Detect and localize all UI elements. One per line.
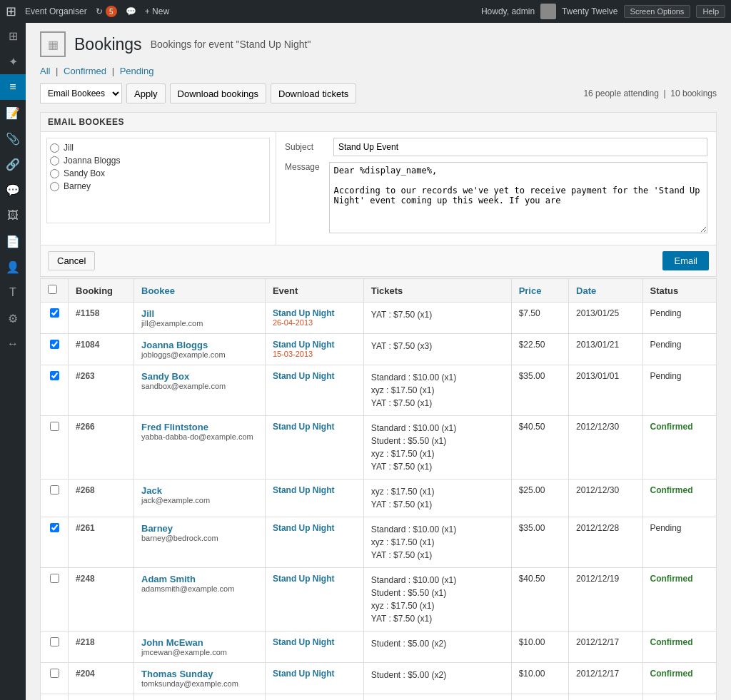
event-link[interactable]: Stand Up Night <box>273 308 356 318</box>
updates-icon: ↻ <box>96 6 103 16</box>
table-row: #261Barneybarney@bedrock.comStand Up Nig… <box>41 517 717 568</box>
bookings-table: Booking Bookee Event Tickets Price Date … <box>40 278 717 700</box>
row-bookee-3: Fred Flintstoneyabba-dabba-do@example.co… <box>134 416 266 480</box>
event-link[interactable]: Stand Up Night <box>273 371 356 381</box>
tab-confirmed[interactable]: Confirmed <box>64 66 106 76</box>
cancel-button[interactable]: Cancel <box>48 251 95 270</box>
event-link[interactable]: Stand Up Night <box>273 340 356 350</box>
row-checkbox-8[interactable] <box>50 669 59 678</box>
main-content: ▦ Bookings Bookings for event "Stand Up … <box>26 23 731 700</box>
bookee-name-link[interactable]: Sandy Box <box>141 371 258 382</box>
bookee-name-link[interactable]: Thomas Sunday <box>141 669 258 679</box>
bookee-name-link[interactable]: Fred Flintstone <box>141 422 258 432</box>
event-link[interactable]: Stand Up Night <box>273 574 356 584</box>
email-panel-header: EMAIL BOOKEES <box>41 113 716 132</box>
row-checkbox-4[interactable] <box>50 485 59 494</box>
table-row: #1084Joanna Bloggsjobloggs@example.comSt… <box>41 334 717 365</box>
event-link[interactable]: Stand Up Night <box>273 485 356 495</box>
event-link[interactable]: Stand Up Night <box>273 422 356 432</box>
row-price-9: $10.00 <box>511 694 568 701</box>
event-link[interactable]: Stand Up Night <box>273 523 356 533</box>
row-tickets-2: Standard : $10.00 (x1)xyz : $17.50 (x1)Y… <box>363 365 511 416</box>
row-id-2: #263 <box>69 365 134 416</box>
sidebar-icon-appearance[interactable]: 🖼 <box>0 203 26 228</box>
row-checkbox-1[interactable] <box>50 340 59 349</box>
sidebar-icon-comments[interactable]: 💬 <box>0 177 26 203</box>
recipient-radio-jill[interactable] <box>50 143 59 153</box>
booking-id-value: #218 <box>76 637 95 647</box>
message-row: Message Dear %display_name%, According t… <box>285 162 707 233</box>
sidebar-icon-links[interactable]: 🔗 <box>0 151 26 177</box>
wp-logo-icon[interactable]: ⊞ <box>6 4 16 19</box>
updates-item[interactable]: ↻ 5 <box>96 6 117 17</box>
sidebar-icon-bookings[interactable]: ≡ <box>0 74 26 100</box>
row-id-4: #268 <box>69 480 134 517</box>
top-download-tickets-button[interactable]: Download tickets <box>271 83 356 103</box>
row-checkbox-6[interactable] <box>50 574 59 583</box>
table-header-row: Booking Bookee Event Tickets Price Date … <box>41 279 717 303</box>
bookee-name-link[interactable]: Jill <box>141 308 258 319</box>
status-badge: Confirmed <box>650 574 693 584</box>
recipient-radio-sandy[interactable] <box>50 169 59 178</box>
bookee-name-link[interactable]: Jack <box>141 485 258 496</box>
recipient-radio-barney[interactable] <box>50 182 59 191</box>
site-name[interactable]: Event Organiser <box>25 6 87 16</box>
row-checkbox-5[interactable] <box>50 523 59 532</box>
row-tickets-7: Student : $5.00 (x2) <box>363 631 511 663</box>
bookee-email: yabba-dabba-do@example.com <box>141 432 258 441</box>
table-row: #268Jackjack@example.comStand Up Nightxy… <box>41 480 717 517</box>
col-header-price[interactable]: Price <box>511 279 568 303</box>
admin-bar: ⊞ Event Organiser ↻ 5 💬 + New Howdy, adm… <box>0 0 731 23</box>
sidebar-icon-media[interactable]: 📎 <box>0 126 26 151</box>
comments-item[interactable]: 💬 <box>126 6 136 16</box>
recipient-radio-joanna[interactable] <box>50 156 59 166</box>
col-header-date[interactable]: Date <box>569 279 642 303</box>
sidebar-icon-plugins[interactable]: 📄 <box>0 228 26 254</box>
top-apply-button[interactable]: Apply <box>126 83 166 103</box>
sidebar-icon-settings[interactable]: ⚙ <box>0 305 26 331</box>
row-price-2: $35.00 <box>511 365 568 416</box>
table-row: #204Thomas Sundaytomksunday@example.comS… <box>41 663 717 694</box>
top-download-bookings-button[interactable]: Download bookings <box>170 83 266 103</box>
bookee-name-link[interactable]: John McEwan <box>141 637 258 648</box>
select-all-checkbox[interactable] <box>48 285 57 294</box>
bookee-name-link[interactable]: Barney <box>141 523 258 534</box>
event-link[interactable]: Stand Up Night <box>273 637 356 647</box>
bookee-name-link[interactable]: Adam Smith <box>141 574 258 584</box>
new-item[interactable]: + New <box>145 6 169 16</box>
table-row: #248Adam Smithadamsmith@example.comStand… <box>41 568 717 631</box>
col-header-bookee[interactable]: Bookee <box>134 279 266 303</box>
row-checkbox-7[interactable] <box>50 637 59 646</box>
email-send-button[interactable]: Email <box>662 251 709 270</box>
row-id-5: #261 <box>69 517 134 568</box>
bookee-name-link[interactable]: Joanna Bloggs <box>141 340 258 350</box>
bookee-email: jill@example.com <box>141 319 258 328</box>
row-date-3: 2012/12/30 <box>569 416 642 480</box>
row-event-8: Stand Up Night <box>265 663 363 694</box>
sidebar-icon-dashboard[interactable]: ⊞ <box>0 23 26 49</box>
bulk-action-select[interactable]: Email Bookees <box>40 83 122 103</box>
row-checkbox-3[interactable] <box>50 422 59 431</box>
event-link[interactable]: Stand Up Night <box>273 669 356 679</box>
booking-id-value: #268 <box>76 485 95 495</box>
message-textarea[interactable]: Dear %display_name%, According to our re… <box>329 162 707 233</box>
sidebar-icon-event[interactable]: ✦ <box>0 49 26 74</box>
row-checkbox-0[interactable] <box>50 308 59 318</box>
row-check-6 <box>41 568 69 631</box>
row-checkbox-2[interactable] <box>50 371 59 380</box>
screen-options-button[interactable]: Screen Options <box>624 5 691 18</box>
sidebar-icon-users[interactable]: 👤 <box>0 254 26 280</box>
row-bookee-4: Jackjack@example.com <box>134 480 266 517</box>
row-tickets-0: YAT : $7.50 (x1) <box>363 303 511 334</box>
tab-all[interactable]: All <box>40 66 50 76</box>
sidebar-icon-posts[interactable]: 📝 <box>0 100 26 126</box>
sidebar-icon-collapse[interactable]: ↔ <box>0 331 26 357</box>
help-button[interactable]: Help <box>696 5 725 18</box>
row-event-9: Stand Up Night <box>265 694 363 701</box>
tab-sep-1: | <box>53 66 64 76</box>
tab-pending[interactable]: Pending <box>120 66 154 76</box>
sidebar-icon-tools[interactable]: T <box>0 280 26 305</box>
subject-input[interactable] <box>333 138 707 156</box>
row-status-4: Confirmed <box>642 480 717 517</box>
row-bookee-9: Marcus Heraldmarcus@example.com <box>134 694 266 701</box>
